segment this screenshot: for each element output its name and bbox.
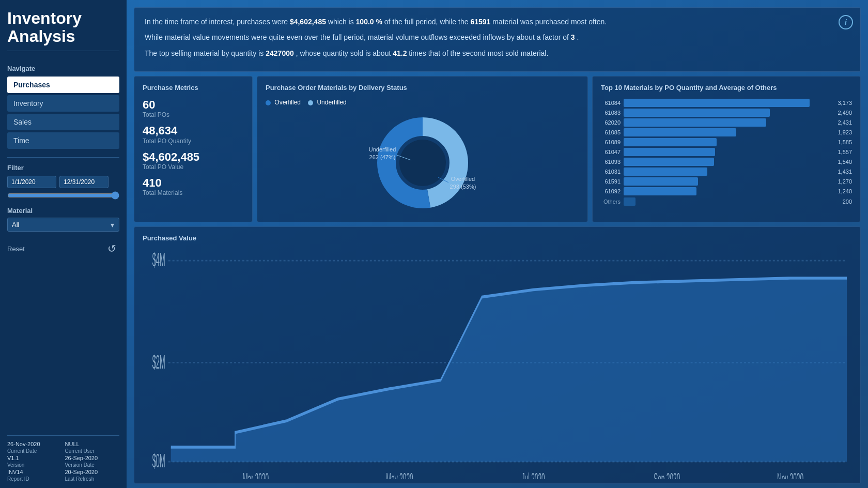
bar-value: 3,173 bbox=[838, 100, 852, 106]
reset-button[interactable]: Reset bbox=[7, 245, 25, 253]
version-key: Version bbox=[7, 462, 62, 468]
bar-track bbox=[624, 118, 835, 127]
current-user-key: Current User bbox=[65, 448, 120, 454]
bar-value: 1,585 bbox=[838, 139, 852, 145]
info-text-3: The top selling material by quantity is … bbox=[145, 48, 850, 59]
overfilled-count-text: 293 (53%) bbox=[450, 184, 476, 190]
nav-item-purchases[interactable]: Purchases bbox=[7, 77, 119, 93]
material-label: Material bbox=[7, 207, 119, 215]
total-pos-value: 60 bbox=[143, 99, 244, 111]
bar-track bbox=[624, 177, 835, 186]
donut-legend: Overfilled Underfilled bbox=[266, 99, 579, 106]
bar-fill bbox=[624, 109, 770, 117]
navigate-label: Navigate bbox=[7, 65, 119, 72]
purchase-metrics-card: Purchase Metrics 60 Total POs 48,634 Tot… bbox=[134, 76, 253, 222]
material-select-wrapper: All ▾ bbox=[7, 218, 119, 232]
total-materials-value: 410 bbox=[143, 177, 244, 189]
bar-row: 61591 1,270 bbox=[601, 177, 852, 186]
app-title: Inventory Analysis bbox=[7, 9, 119, 51]
svg-text:$2M: $2M bbox=[152, 352, 165, 373]
bar-track bbox=[624, 99, 835, 107]
version-date-val: 26-Sep-2020 bbox=[65, 455, 120, 461]
bar-label: 61093 bbox=[601, 159, 621, 165]
bar-chart-card: Top 10 Materials by PO Quantity and Aver… bbox=[592, 76, 861, 222]
bar-fill bbox=[624, 128, 736, 136]
info-text-1: In the time frame of interest, purchases… bbox=[145, 16, 850, 27]
bar-row: 61089 1,585 bbox=[601, 138, 852, 146]
donut-title: Purchase Order Materials by Delivery Sta… bbox=[266, 84, 579, 91]
report-id-key: Report ID bbox=[7, 476, 62, 482]
nav-item-sales[interactable]: Sales bbox=[7, 114, 119, 130]
svg-text:$4M: $4M bbox=[152, 249, 165, 270]
bar-fill bbox=[624, 99, 810, 107]
date-from-input[interactable] bbox=[7, 176, 56, 188]
bar-fill bbox=[624, 158, 714, 166]
bar-track bbox=[624, 109, 835, 117]
bar-track bbox=[624, 128, 835, 136]
bar-label: 61084 bbox=[601, 100, 621, 106]
bar-track bbox=[624, 138, 835, 146]
donut-card: Purchase Order Materials by Delivery Sta… bbox=[257, 76, 588, 222]
info-icon[interactable]: i bbox=[839, 15, 853, 29]
charts-row: Purchase Metrics 60 Total POs 48,634 Tot… bbox=[134, 76, 861, 222]
last-refresh-val: 20-Sep-2020 bbox=[65, 469, 120, 475]
bar-row: 61083 2,490 bbox=[601, 109, 852, 117]
total-qty-label: Total PO Quantity bbox=[143, 138, 244, 145]
bar-fill bbox=[624, 148, 715, 156]
bar-value: 1,270 bbox=[838, 178, 852, 185]
svg-text:Mar 2020: Mar 2020 bbox=[243, 469, 269, 479]
bar-value: 1,240 bbox=[838, 188, 852, 194]
legend-overfilled: Overfilled bbox=[266, 99, 301, 106]
date-to-input[interactable] bbox=[59, 176, 109, 188]
info-box: In the time frame of interest, purchases… bbox=[134, 7, 861, 72]
donut-svg: Underfilled 262 (47%) Overfilled 293 (53… bbox=[355, 111, 490, 215]
date-range-slider[interactable] bbox=[7, 191, 119, 200]
info-text-2: While material value movements were quit… bbox=[145, 32, 850, 43]
bar-track bbox=[624, 148, 835, 156]
nav-item-time[interactable]: Time bbox=[7, 132, 119, 149]
bar-label: 62020 bbox=[601, 119, 621, 126]
bar-value: 1,923 bbox=[838, 129, 852, 135]
bar-value: 2,431 bbox=[838, 119, 852, 126]
underfilled-dot bbox=[308, 100, 313, 105]
bar-label: 61083 bbox=[601, 110, 621, 116]
bar-label: 61092 bbox=[601, 188, 621, 194]
bar-label: 61085 bbox=[601, 129, 621, 135]
overfilled-dot bbox=[266, 100, 271, 105]
nav-item-inventory[interactable]: Inventory bbox=[7, 95, 119, 112]
bar-label: 61031 bbox=[601, 169, 621, 175]
area-svg: $4M $2M $0M Mar 2020 May 2020 Jul 2020 S… bbox=[143, 246, 852, 479]
area-fill bbox=[171, 278, 847, 462]
underfilled-count-text: 262 (47%) bbox=[369, 154, 395, 160]
bar-track bbox=[624, 187, 835, 195]
legend-underfilled: Underfilled bbox=[308, 99, 347, 106]
bar-others-row: Others 200 bbox=[601, 197, 852, 206]
bar-label: 61591 bbox=[601, 178, 621, 185]
bar-fill bbox=[624, 167, 707, 176]
total-qty-value: 48,634 bbox=[143, 125, 244, 137]
bar-track bbox=[624, 158, 835, 166]
footer-grid: 26-Nov-2020 NULL Current Date Current Us… bbox=[7, 441, 119, 482]
bar-label: 61047 bbox=[601, 149, 621, 155]
area-chart-container: $4M $2M $0M Mar 2020 May 2020 Jul 2020 S… bbox=[143, 246, 852, 479]
purchase-metrics-title: Purchase Metrics bbox=[143, 84, 244, 91]
bar-value: 1,431 bbox=[838, 169, 852, 175]
bar-others-label: Others bbox=[601, 199, 621, 205]
current-date-val: 26-Nov-2020 bbox=[7, 441, 62, 447]
bar-row: 61092 1,240 bbox=[601, 187, 852, 195]
reset-icon[interactable]: ↺ bbox=[104, 241, 119, 256]
main-content: In the time frame of interest, purchases… bbox=[127, 0, 868, 488]
bar-track bbox=[624, 167, 835, 176]
bar-chart-title: Top 10 Materials by PO Quantity and Aver… bbox=[601, 84, 852, 91]
material-select[interactable]: All bbox=[7, 218, 119, 232]
area-card: Purchased Value $4M $2M $0M Mar 2020 May… bbox=[134, 226, 861, 484]
bar-fill bbox=[624, 138, 717, 146]
report-id-val: INV14 bbox=[7, 469, 62, 475]
total-value-label: Total PO Value bbox=[143, 163, 244, 171]
svg-text:$0M: $0M bbox=[152, 450, 165, 471]
svg-text:May 2020: May 2020 bbox=[386, 469, 413, 479]
bar-others-fill bbox=[624, 197, 636, 206]
bar-row: 61031 1,431 bbox=[601, 167, 852, 176]
bar-fill bbox=[624, 118, 766, 127]
date-range-row bbox=[7, 176, 119, 188]
